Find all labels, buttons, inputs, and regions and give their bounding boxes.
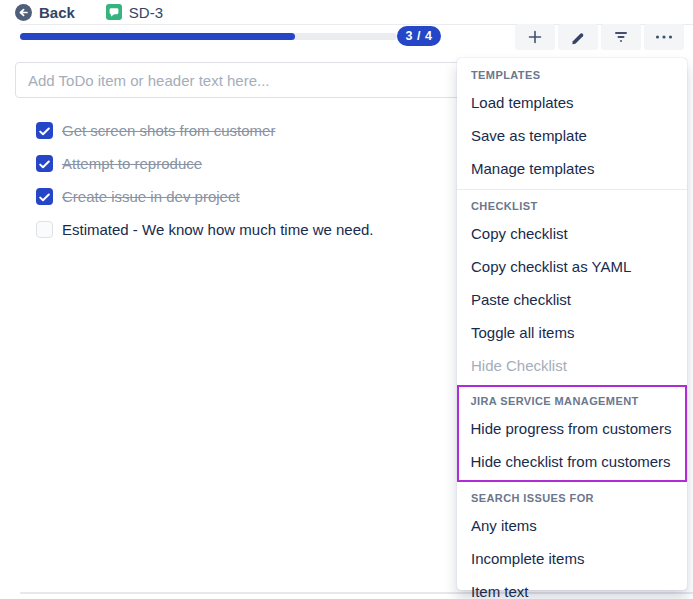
checkbox-checked[interactable] [36,122,53,139]
menu-item-hide-progress-from-customers[interactable]: Hide progress from customers [459,412,685,445]
checklist-item: Estimated - We know how much time we nee… [36,221,374,238]
checklist-item: Create issue in dev project [36,188,240,205]
menu-divider [457,189,687,190]
menu-section-checklist: CHECKLIST Copy checklist Copy checklist … [457,200,687,382]
menu-item-copy-checklist-as-yaml[interactable]: Copy checklist as YAML [457,250,687,283]
filter-icon [613,31,629,43]
issue-key: SD-3 [129,4,163,21]
header-bar: Back SD-3 [15,1,163,23]
ellipsis-icon [655,35,673,39]
menu-section-jira-service-management: JIRA SERVICE MANAGEMENT Hide progress fr… [457,385,687,482]
menu-section-search-issues-for: SEARCH ISSUES FOR Any items Incomplete i… [457,492,687,599]
checkbox-checked[interactable] [36,188,53,205]
checkmark-icon [39,188,50,206]
checklist-item-label[interactable]: Attempt to reproduce [62,155,202,172]
menu-item-incomplete-items[interactable]: Incomplete items [457,542,687,575]
checklist-item: Get screen shots from customer [36,122,275,139]
issue-chip[interactable]: SD-3 [106,4,163,21]
checkbox-unchecked[interactable] [36,221,53,238]
checklist-item-label[interactable]: Create issue in dev project [62,188,240,205]
pencil-icon [571,30,586,45]
menu-item-toggle-all-items[interactable]: Toggle all items [457,316,687,349]
menu-section-title: TEMPLATES [471,69,673,81]
checkmark-icon [39,122,50,140]
menu-item-save-as-template[interactable]: Save as template [457,119,687,152]
menu-item-hide-checklist: Hide Checklist [457,349,687,382]
checklist-item: Attempt to reproduce [36,155,202,172]
progress-bar-fill [20,33,295,40]
edit-button[interactable] [558,24,598,50]
plus-icon [527,29,543,45]
back-label: Back [39,4,75,21]
checkbox-checked[interactable] [36,155,53,172]
menu-item-manage-templates[interactable]: Manage templates [457,152,687,185]
menu-section-title: SEARCH ISSUES FOR [471,492,673,504]
back-circle-arrow-icon [15,4,32,21]
menu-item-load-templates[interactable]: Load templates [457,86,687,119]
menu-item-item-text[interactable]: Item text [457,575,687,599]
checklist-item-label[interactable]: Get screen shots from customer [62,122,275,139]
checklist-item-label[interactable]: Estimated - We know how much time we nee… [62,221,374,238]
menu-item-any-items[interactable]: Any items [457,509,687,542]
more-options-button[interactable] [644,24,684,50]
service-request-icon [106,4,122,20]
menu-section-title: JIRA SERVICE MANAGEMENT [471,395,674,407]
menu-item-paste-checklist[interactable]: Paste checklist [457,283,687,316]
add-item-button[interactable] [515,24,555,50]
menu-item-hide-checklist-from-customers[interactable]: Hide checklist from customers [459,445,685,478]
menu-item-copy-checklist[interactable]: Copy checklist [457,217,687,250]
checklist-toolbar [515,24,684,50]
checkmark-icon [39,155,50,173]
menu-section-title: CHECKLIST [471,200,673,212]
more-options-dropdown-menu: TEMPLATES Load templates Save as templat… [457,58,687,590]
progress-count-badge: 3 / 4 [397,26,441,46]
back-button[interactable]: Back [15,4,75,21]
progress-bar [20,33,397,40]
menu-section-templates: TEMPLATES Load templates Save as templat… [457,69,687,185]
filter-button[interactable] [601,24,641,50]
